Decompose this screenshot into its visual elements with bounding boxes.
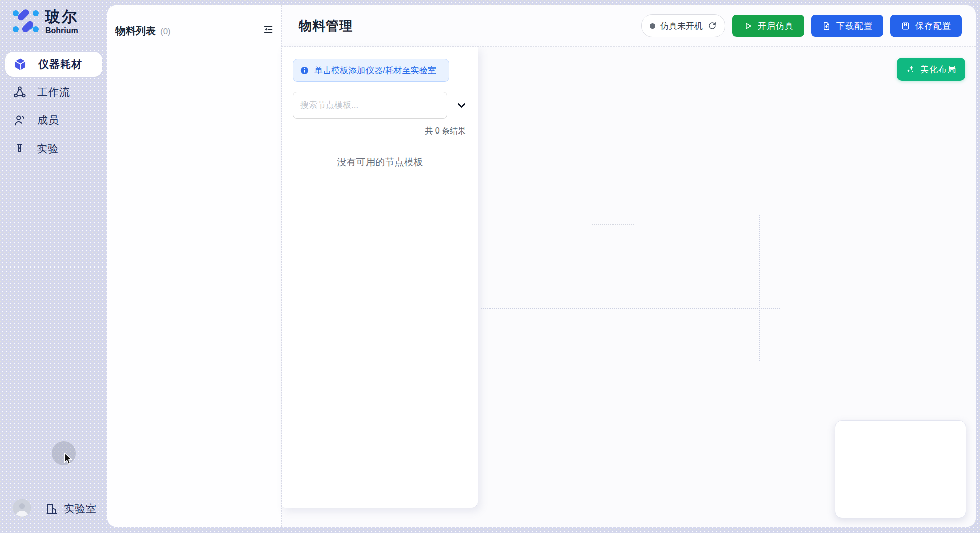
workflow-icon [13,86,26,99]
sidebar-item-lab[interactable]: 实验室 [45,502,97,516]
cube-icon [13,57,27,71]
sidebar-item-label: 工作流 [37,85,70,99]
search-input[interactable] [293,92,447,119]
beautify-layout-button[interactable]: 美化布局 [897,58,965,81]
material-list-panel: 物料列表 (0) [107,5,282,527]
start-simulation-button[interactable]: 开启仿真 [732,15,804,37]
node-template-panel: 单击模板添加仪器/耗材至实验室 共 0 条结果 没有可用的节点模板 [282,47,478,508]
save-icon [901,21,910,31]
sparkles-icon [906,64,916,74]
result-count: 共 0 条结果 [293,126,466,137]
content-area: 物料管理 仿真未开机 开启仿真 [282,5,976,527]
sidebar-item-instruments[interactable]: 仪器耗材 [5,52,102,77]
brand-name-zh: 玻尔 [45,8,78,25]
material-list-count: (0) [160,27,171,37]
simulation-status-pill[interactable]: 仿真未开机 [641,14,725,37]
beautify-layout-label: 美化布局 [920,64,956,75]
brand-name-en: Bohrium [45,26,78,35]
flow-canvas[interactable]: 单击模板添加仪器/耗材至实验室 共 0 条结果 没有可用的节点模板 [282,47,976,527]
canvas-guide-horizontal-short [592,224,634,225]
members-icon [13,114,26,127]
dropdown-toggle-button[interactable] [456,100,467,111]
save-config-label: 保存配置 [915,20,951,32]
sidebar-item-label: 仪器耗材 [38,57,82,71]
experiment-icon [13,143,26,155]
status-label: 仿真未开机 [660,20,703,32]
avatar[interactable] [13,499,31,517]
canvas-minimap[interactable] [835,420,966,518]
status-dot-icon [650,23,655,29]
download-config-button[interactable]: 下载配置 [811,15,883,37]
sidebar-item-workflow[interactable]: 工作流 [5,80,102,105]
menu-fold-icon [263,24,274,35]
app-root: { "brand": {"name_zh": "玻尔", "name_en": … [0,0,980,533]
download-config-label: 下载配置 [836,20,873,32]
sidebar-item-label: 实验 [37,142,59,156]
canvas-guide-vertical [759,215,760,361]
brand: 玻尔 Bohrium [11,7,78,36]
collapse-panel-button[interactable] [262,23,275,36]
start-simulation-label: 开启仿真 [758,20,794,32]
sidebar-item-experiments[interactable]: 实验 [5,136,102,161]
save-config-button[interactable]: 保存配置 [890,15,962,37]
lab-building-icon [45,502,58,515]
chevron-down-icon [456,100,467,111]
sidebar-item-label: 成员 [37,113,59,127]
bohrium-logo-icon [11,7,40,36]
download-file-icon [822,21,831,31]
template-hint-text: 单击模板添加仪器/耗材至实验室 [314,65,436,76]
info-icon [300,66,309,75]
empty-templates-text: 没有可用的节点模板 [293,156,467,169]
refresh-icon[interactable] [708,21,717,30]
page-title: 物料管理 [299,17,353,35]
sidebar-menu: 仪器耗材 工作流 成员 [5,52,102,164]
sidebar: 玻尔 Bohrium 仪器耗材 工作流 [0,0,107,533]
template-search-row [293,92,478,119]
material-list-title: 物料列表 [115,24,156,38]
header-actions: 仿真未开机 开启仿真 [641,14,962,37]
canvas-guide-horizontal [481,308,780,309]
content-header: 物料管理 仿真未开机 开启仿真 [282,5,976,47]
sidebar-item-members[interactable]: 成员 [5,108,102,133]
template-hint-banner: 单击模板添加仪器/耗材至实验室 [293,59,449,82]
lab-label: 实验室 [64,502,97,516]
material-list-header: 物料列表 (0) [107,5,281,38]
main-card: 物料列表 (0) 物料管理 仿真未开机 [107,5,976,527]
play-icon [743,21,753,31]
